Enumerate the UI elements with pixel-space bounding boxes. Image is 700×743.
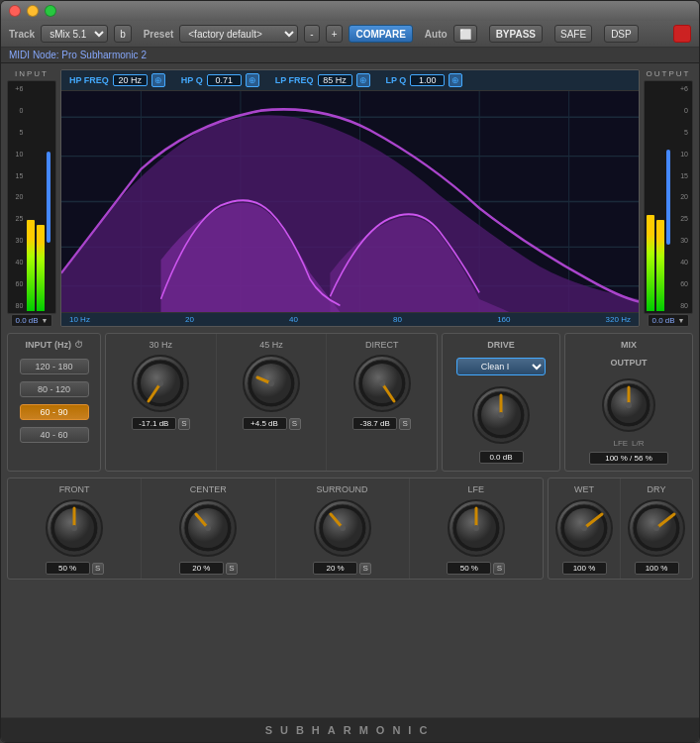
close-button[interactable] xyxy=(9,5,21,17)
preset-right-btn[interactable]: + xyxy=(326,25,344,43)
drive-value[interactable]: 0.0 dB xyxy=(479,451,524,464)
track-b-button[interactable]: b xyxy=(114,25,132,43)
preset-select[interactable]: <factory default> xyxy=(179,25,298,43)
hp-freq-btn[interactable]: ⊕ xyxy=(151,73,165,87)
input-db-value: 0.0 dB xyxy=(15,316,38,325)
dsp-button[interactable]: DSP xyxy=(604,25,639,43)
track-select[interactable]: sMix 5.1 xyxy=(41,25,108,43)
knob-surround[interactable] xyxy=(311,496,374,560)
knob-drive[interactable] xyxy=(469,383,533,447)
svg-point-49 xyxy=(581,525,587,531)
knob-front[interactable] xyxy=(43,496,106,560)
bottom-knob-front-s-btn[interactable]: S xyxy=(92,563,104,575)
mix-lfe-label: LFE xyxy=(613,439,628,448)
bottom-knob-center-value-box: 20 % S xyxy=(179,562,238,575)
knob-30hz-value-box: -17.1 dB S xyxy=(132,417,190,430)
safe-button[interactable]: SAFE xyxy=(554,25,592,43)
hp-freq-param: HP FREQ 20 Hz ⊕ xyxy=(69,73,165,87)
hp-q-label: HP Q xyxy=(181,75,203,85)
compare-button[interactable]: COMPARE xyxy=(349,25,412,43)
freq-label-0: 10 Hz xyxy=(69,315,90,324)
knob-direct-s-btn[interactable]: S xyxy=(399,418,411,430)
bottom-knob-surround-value[interactable]: 20 % xyxy=(313,562,357,575)
hz-btn-1[interactable]: 80 - 120 xyxy=(20,381,89,397)
lp-freq-param: LP FREQ 85 Hz ⊕ xyxy=(275,73,370,87)
bottom-knob-center-value[interactable]: 20 % xyxy=(179,562,224,575)
knob-30hz[interactable] xyxy=(129,352,192,415)
bottom-knob-lfe-value[interactable]: 50 % xyxy=(447,562,491,575)
knob-45hz-s-btn[interactable]: S xyxy=(289,418,301,430)
knob-30hz-s-btn[interactable]: S xyxy=(178,418,190,430)
input-db-box[interactable]: 0.0 dB ▼ xyxy=(11,314,51,327)
bottom-knob-label-front: FRONT xyxy=(59,484,90,494)
mix-label: MIX xyxy=(621,340,637,350)
dry-cell: DRY xyxy=(621,478,692,579)
hp-q-btn[interactable]: ⊕ xyxy=(246,73,259,87)
freq-label-3: 80 xyxy=(393,315,402,324)
input-meter-center xyxy=(47,83,50,311)
input-label: INPUT xyxy=(15,69,49,78)
lp-freq-btn[interactable]: ⊕ xyxy=(356,73,370,87)
lp-freq-label: LP FREQ xyxy=(275,75,314,85)
freq-label-4: 160 xyxy=(497,315,510,324)
power-button[interactable] xyxy=(673,25,691,43)
wet-label: WET xyxy=(574,484,594,494)
wet-value[interactable]: 100 % xyxy=(562,562,607,575)
knob-label-direct: DIRECT xyxy=(365,340,399,350)
brand-bar: SUBHARMONIC xyxy=(1,717,699,742)
preset-left-btn[interactable]: - xyxy=(304,25,319,43)
input-hz-title: INPUT (Hz) ⏱ xyxy=(25,340,82,350)
hz-btn-3[interactable]: 40 - 60 xyxy=(20,427,89,443)
mix-value[interactable]: 100 % / 56 % xyxy=(589,452,668,465)
output-db-value: 0.0 dB xyxy=(651,316,674,325)
eq-canvas xyxy=(61,91,639,312)
hz-btn-2[interactable]: 60 - 90 xyxy=(20,404,89,420)
knob-dry[interactable] xyxy=(625,496,688,560)
lp-q-label: LP Q xyxy=(386,75,407,85)
knob-45hz-value[interactable]: +4.5 dB xyxy=(243,417,287,430)
brand-label: SUBHARMONIC xyxy=(265,724,436,736)
plugin-window: Track sMix 5.1 b Preset <factory default… xyxy=(0,0,700,743)
output-db-box[interactable]: 0.0 dB ▼ xyxy=(648,314,688,327)
svg-point-53 xyxy=(653,525,659,531)
bottom-knob-center-s-btn[interactable]: S xyxy=(226,563,238,575)
maximize-button[interactable] xyxy=(45,5,56,17)
knob-30hz-value[interactable]: -17.1 dB xyxy=(132,417,176,430)
bottom-knob-front-value[interactable]: 50 % xyxy=(46,562,90,575)
bottom-knob-lfe-value-box: 50 % S xyxy=(447,562,505,575)
lp-q-btn[interactable]: ⊕ xyxy=(449,73,462,87)
input-meter-container: INPUT +6 0 5 10 15 20 25 30 40 60 80 xyxy=(7,69,56,327)
dry-value[interactable]: 100 % xyxy=(635,562,679,575)
mix-output-label: OUTPUT xyxy=(611,358,648,368)
knob-direct[interactable] xyxy=(350,352,414,415)
knob-cell-direct: DIRECT xyxy=(327,334,437,471)
lp-q-value[interactable]: 1.00 xyxy=(410,74,445,86)
auto-icon-button[interactable]: ⬜ xyxy=(453,25,477,43)
svg-point-41 xyxy=(340,525,346,531)
bypass-button[interactable]: BYPASS xyxy=(489,25,543,43)
minimize-button[interactable] xyxy=(27,5,39,17)
bottom-knob-label-center: CENTER xyxy=(190,484,227,494)
bottom-knob-lfe-s-btn[interactable]: S xyxy=(493,563,505,575)
drive-label: DRIVE xyxy=(487,340,515,350)
hz-btn-0[interactable]: 120 - 180 xyxy=(20,359,89,374)
knob-direct-value[interactable]: -38.7 dB xyxy=(352,417,397,430)
knob-45hz[interactable] xyxy=(240,352,303,415)
knob-wet[interactable] xyxy=(552,496,616,560)
bottom-knob-surround-s-btn[interactable]: S xyxy=(359,563,371,575)
knob-center[interactable] xyxy=(176,496,240,560)
output-label: OUTPUT xyxy=(647,69,691,78)
freq-label-5: 320 Hz xyxy=(606,315,631,324)
hp-q-param: HP Q 0.71 ⊕ xyxy=(181,73,259,87)
knob-mix-output[interactable] xyxy=(599,375,658,435)
drive-mode-select[interactable]: Clean I xyxy=(456,358,546,375)
knob-lfe[interactable] xyxy=(445,496,508,560)
lp-freq-value[interactable]: 85 Hz xyxy=(318,74,352,86)
hp-q-value[interactable]: 0.71 xyxy=(207,74,242,86)
eq-freq-labels: 10 Hz 20 40 80 160 320 Hz xyxy=(61,312,639,326)
bottom-knob-cell-center: CENTER xyxy=(142,478,275,579)
hp-freq-value[interactable]: 20 Hz xyxy=(113,74,148,86)
preset-label: Preset xyxy=(144,29,174,40)
knob-45hz-value-box: +4.5 dB S xyxy=(243,417,301,430)
top-bar: Track sMix 5.1 b Preset <factory default… xyxy=(1,21,699,48)
